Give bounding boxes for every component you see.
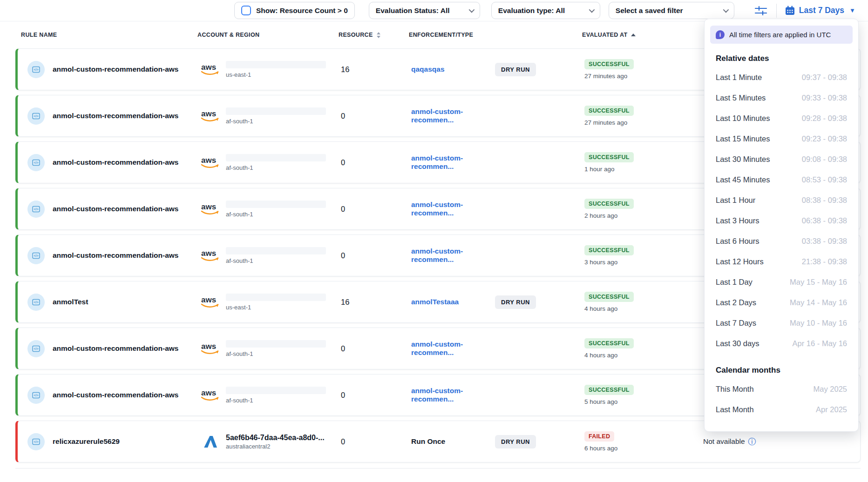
saved-filter-select[interactable]: Select a saved filter	[609, 2, 734, 19]
date-range-option-value: 09:33 - 09:38	[802, 94, 847, 102]
filter-sliders-button[interactable]	[754, 5, 768, 17]
aws-logo-icon: aws	[200, 248, 220, 262]
enforcement-link[interactable]: anmol-custom-recommen...	[411, 340, 495, 357]
date-range-button[interactable]: Last 7 Days ▼	[785, 6, 855, 15]
date-range-option[interactable]: Last 3 Hours 06:38 - 09:38	[705, 210, 858, 231]
info-bubble-icon: i	[716, 30, 725, 39]
rule-badge-icon: </>	[27, 340, 45, 357]
date-range-option[interactable]: Last 15 Minutes 09:23 - 09:38	[705, 128, 858, 149]
date-range-option-label: Last 45 Minutes	[716, 175, 770, 184]
enforcement-link[interactable]: anmol-custom-recommen...	[411, 201, 495, 217]
svg-text:aws: aws	[201, 249, 216, 258]
enforcement-link[interactable]: anmol-custom-recommen...	[411, 247, 495, 264]
date-range-option[interactable]: Last 7 Days May 10 - May 16	[705, 313, 858, 333]
date-range-option-label: Last 2 Days	[716, 298, 756, 307]
date-range-option[interactable]: Last 6 Hours 03:38 - 09:38	[705, 231, 858, 251]
svg-text:aws: aws	[201, 109, 216, 118]
resource-count: 0	[341, 437, 411, 446]
date-range-option[interactable]: Last Month Apr 2025	[705, 399, 858, 420]
date-range-option[interactable]: Last 5 Minutes 09:33 - 09:38	[705, 87, 858, 108]
rule-badge-icon: </>	[27, 294, 45, 311]
svg-text:</>: </>	[34, 161, 38, 164]
status-badge: FAILED	[584, 431, 614, 442]
dry-run-badge: DRY RUN	[495, 435, 536, 449]
column-resource: RESOURCE	[339, 32, 409, 38]
evaluated-time: 1 hour ago	[584, 166, 615, 173]
toolbar-divider	[776, 4, 777, 18]
resource-count: 16	[341, 298, 411, 307]
date-range-option-value: May 15 - May 16	[790, 278, 847, 287]
resource-count: 0	[341, 158, 411, 167]
svg-text:</>: </>	[34, 208, 38, 211]
provider-logo: aws	[200, 155, 220, 169]
evaluated-time: 5 hours ago	[584, 398, 617, 405]
date-range-option[interactable]: Last 30 days Apr 16 - May 16	[705, 333, 858, 354]
calendar-months-list: This Month May 2025 Last Month Apr 2025	[705, 379, 858, 420]
enforcement-link: Run Once	[411, 437, 495, 446]
date-range-option[interactable]: Last 1 Hour 08:38 - 09:38	[705, 190, 858, 210]
date-range-option-value: 21:38 - 09:38	[802, 257, 847, 266]
date-range-option-label: Last 6 Hours	[716, 237, 760, 246]
enforcement-link[interactable]: anmolTestaaa	[411, 298, 495, 306]
resource-count: 0	[341, 344, 411, 353]
rule-name: anmol-custom-recommendation-aws	[53, 205, 178, 213]
date-range-option[interactable]: Last 30 Minutes 09:08 - 09:38	[705, 149, 858, 169]
show-resource-count-toggle[interactable]: Show: Resource Count > 0	[234, 2, 355, 19]
account-name-redacted	[226, 201, 326, 208]
resource-count: 0	[341, 251, 411, 260]
svg-text:aws: aws	[201, 342, 216, 351]
account-name-redacted	[226, 247, 326, 254]
enforcement-link[interactable]: qaqasqas	[411, 65, 495, 74]
resource-count-checkbox[interactable]	[241, 6, 251, 15]
date-range-option[interactable]: Last 1 Day May 15 - May 16	[705, 272, 858, 292]
date-range-option-label: Last 1 Day	[716, 278, 753, 287]
status-badge: SUCCESSFUL	[584, 59, 634, 69]
relative-dates-list: Last 1 Minute 09:37 - 09:38 Last 5 Minut…	[705, 67, 858, 354]
date-range-option[interactable]: Last 12 Hours 21:38 - 09:38	[705, 251, 858, 272]
rule-badge-icon: </>	[27, 201, 45, 218]
account-name-redacted	[226, 107, 326, 115]
rule-name: anmol-custom-recommendation-aws	[53, 344, 178, 353]
chevron-down-icon	[589, 7, 595, 13]
date-range-option-label: Last 3 Hours	[716, 216, 760, 225]
provider-logo: aws	[200, 388, 220, 402]
column-account-region: ACCOUNT & REGION	[197, 32, 339, 38]
sort-resource-button[interactable]	[377, 32, 380, 38]
region-label: af-south-1	[226, 397, 326, 404]
date-range-option-value: May 14 - May 16	[790, 298, 847, 307]
date-range-option-label: Last Month	[716, 405, 754, 414]
date-range-option[interactable]: Last 1 Minute 09:37 - 09:38	[705, 67, 858, 87]
rule-badge-icon: </>	[27, 107, 45, 125]
evaluation-type-select[interactable]: Evaluation type: All	[491, 2, 600, 19]
relative-dates-heading: Relative dates	[705, 54, 858, 63]
evaluation-status-select[interactable]: Evaluation Status: All	[369, 2, 480, 19]
caret-down-icon: ▼	[849, 7, 855, 14]
enforcement-link[interactable]: anmol-custom-recommen...	[411, 154, 495, 171]
account-name-redacted	[226, 61, 326, 68]
info-circle-icon[interactable]: ⓘ	[748, 436, 756, 447]
account-id: 5aef6b46-7daa-45ea-a8d0-...	[226, 434, 325, 442]
svg-text:aws: aws	[201, 156, 216, 165]
calendar-months-heading: Calendar months	[705, 366, 858, 375]
enforcement-link[interactable]: anmol-custom-recommen...	[411, 107, 495, 124]
account-name-redacted	[226, 340, 326, 348]
date-range-option-value: May 2025	[814, 385, 847, 394]
date-range-label: Last 7 Days	[799, 6, 844, 15]
svg-text:</>: </>	[34, 114, 38, 118]
provider-logo: aws	[200, 202, 220, 216]
date-range-option[interactable]: Last 2 Days May 14 - May 16	[705, 292, 858, 313]
aws-logo-icon: aws	[200, 295, 220, 309]
date-range-option-label: This Month	[716, 385, 754, 394]
date-range-option[interactable]: This Month May 2025	[705, 379, 858, 399]
account-name-redacted	[226, 294, 326, 301]
rule-badge-icon: </>	[27, 61, 45, 78]
date-range-option[interactable]: Last 45 Minutes 08:53 - 09:38	[705, 169, 858, 190]
enforcement-link[interactable]: anmol-custom-recommen...	[411, 387, 495, 403]
date-range-option-label: Last 30 days	[716, 339, 760, 348]
provider-logo: aws	[200, 435, 220, 449]
sort-evaluated-at-ascending-icon[interactable]	[631, 33, 636, 36]
column-rule-name: RULE NAME	[15, 32, 197, 38]
date-range-option[interactable]: Last 10 Minutes 09:28 - 09:38	[705, 108, 858, 128]
evaluated-time: 4 hours ago	[584, 352, 617, 359]
status-badge: SUCCESSFUL	[584, 292, 634, 302]
